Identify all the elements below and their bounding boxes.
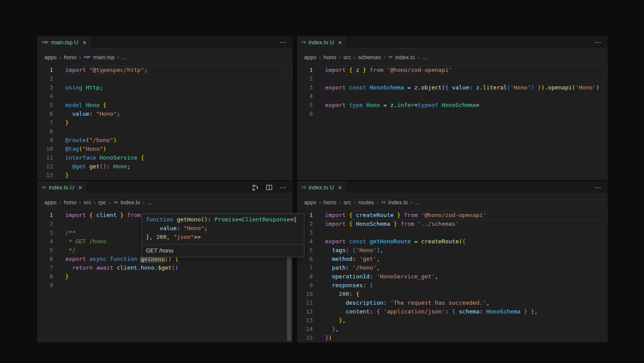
- breadcrumb-item[interactable]: index.ts: [120, 199, 140, 206]
- code-line: value: "Hono";: [146, 224, 300, 233]
- tsp-file-icon: TSP: [42, 41, 49, 44]
- code-line: 2: [37, 75, 293, 83]
- breadcrumb-separator-icon: ›: [319, 54, 321, 60]
- code-line: 14 },: [297, 325, 608, 334]
- breadcrumb-separator-icon: ›: [117, 54, 119, 60]
- breadcrumb-item[interactable]: apps: [304, 54, 316, 60]
- breadcrumb-item[interactable]: index.ts: [395, 54, 415, 60]
- line-number: 1: [37, 211, 53, 220]
- code-line: 6 value: "Hono";: [37, 110, 293, 118]
- line-number: 7: [37, 263, 53, 272]
- breadcrumb-separator-icon: ›: [79, 54, 81, 60]
- breadcrumb-item[interactable]: hono: [64, 199, 77, 206]
- more-actions-icon[interactable]: ⋯: [594, 39, 602, 46]
- line-number: 8: [297, 272, 313, 281]
- tab-bar: TS index.ts U × ⋯: [297, 181, 608, 194]
- line-number: 1: [37, 66, 53, 75]
- code-line: 4export const getHonoRoute = createRoute…: [297, 237, 608, 246]
- close-icon[interactable]: ×: [338, 185, 342, 191]
- editor-actions: ⋯: [594, 36, 608, 49]
- breadcrumb-item[interactable]: apps: [44, 199, 57, 206]
- breadcrumb-item[interactable]: src: [343, 54, 351, 60]
- code-line: 3export const HonoSchema = z.object({ va…: [297, 83, 608, 92]
- breadcrumb-separator-icon: ›: [384, 54, 386, 60]
- close-icon[interactable]: ×: [83, 39, 86, 46]
- line-number: 3: [297, 83, 313, 92]
- breadcrumb-item[interactable]: hono: [324, 54, 336, 60]
- breadcrumb-item[interactable]: src: [343, 199, 351, 206]
- close-icon[interactable]: ×: [78, 185, 82, 191]
- code-line: 7 return await client.hono.$get(): [37, 263, 293, 272]
- more-actions-icon[interactable]: ⋯: [280, 184, 287, 191]
- code-line: 6 method: 'get',: [297, 255, 608, 263]
- open-changes-icon[interactable]: [252, 184, 259, 191]
- editor-pane-rpc-index-ts: TS index.ts U × ⋯ apps›hono›src›: [37, 181, 293, 342]
- breadcrumb-item[interactable]: hono: [324, 199, 336, 206]
- line-number: 8: [37, 127, 53, 136]
- code-line: 7 path: '/hono',: [297, 263, 608, 272]
- code-line: 5model Hono {: [37, 101, 293, 110]
- ts-file-icon: TS: [301, 186, 306, 189]
- code-lines: 1import "@typespec/http";23using Http;45…: [37, 66, 293, 180]
- breadcrumb-item[interactable]: …: [147, 199, 153, 206]
- more-actions-icon[interactable]: ⋯: [280, 39, 287, 46]
- breadcrumb-item[interactable]: src: [84, 199, 91, 206]
- line-number: 6: [37, 110, 53, 118]
- code-line: 9 responses: {: [297, 281, 608, 290]
- close-icon[interactable]: ×: [338, 39, 342, 46]
- code-lines: 1import { createRoute } from '@hono/zod-…: [297, 211, 608, 342]
- tab-bar: TS index.ts U × ⋯: [37, 181, 293, 194]
- code-line: 9@route("/hono"): [37, 136, 293, 145]
- breadcrumb-item[interactable]: …: [422, 54, 428, 60]
- code-line: 1import { z } from '@hono/zod-openapi': [297, 66, 608, 75]
- code-line: 11 description: 'The request has succeed…: [297, 299, 608, 307]
- code-editor[interactable]: 1import "@typespec/http";23using Http;45…: [37, 66, 293, 180]
- breadcrumb-separator-icon: ›: [354, 199, 355, 206]
- breadcrumb-item[interactable]: routes: [358, 199, 374, 206]
- breadcrumb-separator-icon: ›: [319, 199, 321, 206]
- line-number: 7: [37, 118, 53, 127]
- breadcrumb-item[interactable]: rpc: [99, 199, 106, 206]
- line-number: 10: [297, 290, 313, 299]
- breadcrumb-item[interactable]: apps: [304, 199, 316, 206]
- line-number: 3: [37, 83, 53, 92]
- code-line: 3: [297, 228, 608, 237]
- tab-index-ts-routes[interactable]: TS index.ts U ×: [297, 181, 346, 194]
- code-line: 15}): [297, 334, 608, 342]
- scrollbar-thumb[interactable]: [287, 256, 291, 341]
- tab-index-ts-rpc[interactable]: TS index.ts U ×: [37, 181, 86, 194]
- breadcrumb-item[interactable]: hono: [64, 54, 77, 60]
- code-line: function getHono(): Promise<ClientRespon…: [146, 215, 300, 224]
- tsp-file-icon: TSP: [84, 56, 91, 59]
- breadcrumb-item[interactable]: main.tsp: [93, 54, 114, 60]
- breadcrumb-item[interactable]: schemas: [358, 54, 381, 60]
- code-lines: 1import { z } from '@hono/zod-openapi'23…: [297, 66, 608, 118]
- line-number: 1: [297, 66, 313, 75]
- ts-file-icon: TS: [113, 201, 118, 204]
- tab-main-tsp[interactable]: TSP main.tsp U ×: [37, 36, 91, 49]
- breadcrumb-separator-icon: ›: [339, 54, 340, 60]
- code-line: 6: [297, 110, 608, 118]
- line-number: 15: [297, 334, 313, 342]
- code-line: 10 200: {: [297, 290, 608, 299]
- breadcrumb-item[interactable]: index.ts: [388, 199, 408, 206]
- breadcrumb-item[interactable]: apps: [44, 54, 57, 60]
- split-editor-icon[interactable]: [266, 184, 272, 191]
- line-number: 7: [297, 263, 313, 272]
- tab-index-ts-schemas[interactable]: TS index.ts U ×: [297, 36, 346, 49]
- line-number: 2: [37, 75, 53, 83]
- code-editor[interactable]: 1import { createRoute } from '@hono/zod-…: [297, 211, 608, 342]
- line-number: 11: [297, 299, 313, 307]
- line-number: 6: [297, 110, 313, 118]
- line-number: 4: [37, 92, 53, 101]
- breadcrumb-item[interactable]: …: [415, 199, 421, 206]
- breadcrumb-separator-icon: ›: [79, 199, 81, 206]
- breadcrumb-item[interactable]: …: [122, 54, 127, 60]
- code-editor[interactable]: 1import { z } from '@hono/zod-openapi'23…: [297, 66, 608, 180]
- line-number: 2: [37, 220, 53, 228]
- line-number: 9: [37, 281, 53, 290]
- more-actions-icon[interactable]: ⋯: [594, 184, 602, 191]
- hover-tooltip: function getHono(): Promise<ClientRespon…: [142, 213, 304, 257]
- breadcrumb-separator-icon: ›: [377, 199, 379, 206]
- line-number: 9: [297, 281, 313, 290]
